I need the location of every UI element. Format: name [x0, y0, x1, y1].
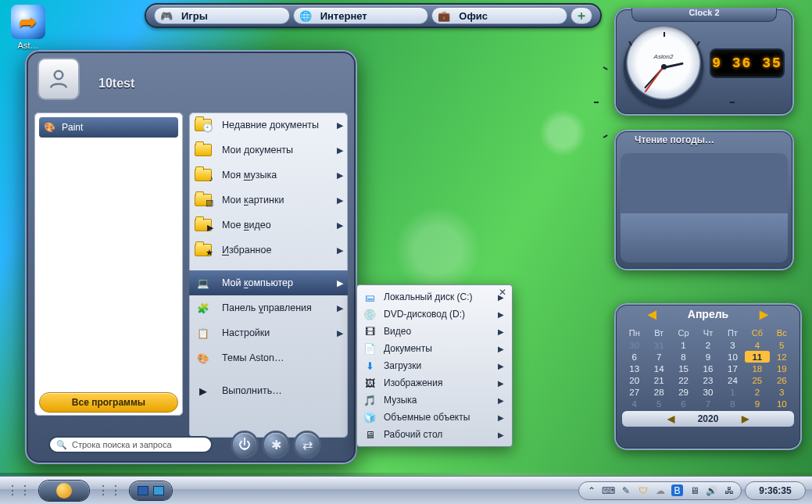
calendar-day[interactable]: 10: [721, 351, 745, 363]
calendar-day[interactable]: 22: [671, 374, 696, 386]
calendar-day[interactable]: 9: [745, 398, 769, 409]
start-places-item[interactable]: 🎨Темы Aston…: [189, 345, 348, 370]
calendar-day[interactable]: 2: [745, 386, 769, 398]
calendar-day[interactable]: 28: [646, 386, 671, 398]
calendar-day[interactable]: 5: [646, 398, 671, 409]
calendar-day[interactable]: 7: [646, 351, 671, 363]
start-places-item[interactable]: ▧Мои картинки▶: [189, 188, 348, 213]
calendar-day[interactable]: 25: [745, 374, 769, 386]
submenu-close-button[interactable]: ✕: [496, 287, 509, 299]
start-places-item[interactable]: Мои документы▶: [189, 138, 348, 163]
calendar-day[interactable]: 23: [696, 374, 720, 386]
calendar-day[interactable]: 30: [696, 386, 720, 398]
user-avatar[interactable]: [38, 58, 80, 100]
all-programs-button[interactable]: Все программы: [39, 392, 178, 413]
window-icon[interactable]: [153, 486, 164, 495]
calendar-day[interactable]: 29: [671, 386, 696, 398]
calendar-day[interactable]: 18: [745, 363, 769, 374]
tray-network-icon[interactable]: 🖧: [723, 484, 735, 496]
calendar-day[interactable]: 1: [721, 386, 745, 398]
power-button[interactable]: ⏻: [233, 433, 256, 456]
calendar-day[interactable]: 8: [721, 398, 745, 409]
submenu-item[interactable]: 💿DVD-дисковод (D:)▶: [357, 306, 512, 323]
calendar-day[interactable]: 12: [770, 351, 794, 363]
calendar-day[interactable]: 6: [671, 398, 696, 409]
weather-widget[interactable]: Чтение погоды…: [614, 130, 794, 270]
start-places-item[interactable]: 🕘Недавние документы▶: [189, 113, 348, 138]
taskbar-grip-icon[interactable]: ⋮⋮: [97, 483, 122, 498]
toolbar-item-games[interactable]: 🎮 Игры: [154, 7, 290, 24]
calendar-day[interactable]: 17: [721, 363, 745, 374]
calendar-day[interactable]: 1: [671, 339, 696, 351]
calendar-day[interactable]: 16: [696, 363, 720, 374]
calendar-day[interactable]: 7: [696, 398, 720, 409]
calendar-day[interactable]: 19: [770, 363, 794, 374]
tray-pen-icon[interactable]: ✎: [620, 484, 631, 496]
taskbar-grip-icon[interactable]: ⋮⋮: [6, 483, 31, 498]
calendar-day[interactable]: 20: [622, 374, 646, 386]
calendar-day[interactable]: 2: [696, 339, 720, 351]
tray-bluetooth-icon[interactable]: B: [671, 484, 683, 496]
tray-keyboard-icon[interactable]: ⌨: [603, 484, 614, 496]
calendar-day[interactable]: 21: [646, 374, 671, 386]
calendar-day[interactable]: 5: [770, 339, 794, 351]
start-button[interactable]: [39, 481, 89, 501]
calendar-day[interactable]: 4: [745, 339, 769, 351]
desktop-icon-aston[interactable]: ➦ Ast…: [8, 5, 48, 50]
calendar-day[interactable]: 11: [745, 351, 769, 363]
calendar-day[interactable]: 30: [622, 339, 646, 351]
calendar-day[interactable]: 4: [622, 398, 646, 409]
calendar-day[interactable]: 3: [721, 339, 745, 351]
tray-display-icon[interactable]: 🖥: [689, 484, 700, 496]
calendar-day[interactable]: 9: [696, 351, 720, 363]
calendar-day[interactable]: 14: [646, 363, 671, 374]
calendar-day[interactable]: 15: [671, 363, 696, 374]
submenu-item[interactable]: ⬇Загрузки▶: [357, 357, 512, 374]
submenu-item[interactable]: 🎞Видео▶: [357, 323, 512, 340]
calendar-dow: Чт: [696, 327, 720, 339]
start-places-item[interactable]: ▶Мое видео▶: [189, 213, 348, 238]
calendar-day[interactable]: 13: [622, 363, 646, 374]
submenu-item[interactable]: 🎵Музыка▶: [357, 391, 512, 409]
start-places-item[interactable]: ▶Выполнить…: [189, 378, 348, 403]
submenu-item[interactable]: 🧊Объемные объекты▶: [357, 409, 512, 426]
calendar-day[interactable]: 3: [770, 386, 794, 398]
calendar-day[interactable]: 10: [770, 398, 794, 409]
switch-user-button[interactable]: ⇄: [295, 433, 319, 456]
calendar-day[interactable]: 26: [770, 374, 794, 386]
calendar-day[interactable]: 27: [622, 386, 646, 398]
calendar-day[interactable]: 24: [721, 374, 745, 386]
start-places-item[interactable]: 🧩Панель управления▶: [189, 295, 348, 320]
start-places-item[interactable]: ♪Моя музыка▶: [189, 163, 348, 188]
clock-widget[interactable]: Clock 2 Aston2 9 36 35: [614, 8, 794, 116]
calendar-day[interactable]: 8: [671, 351, 696, 363]
toolbar-item-office[interactable]: 💼 Офис: [431, 7, 567, 24]
pinned-item-paint[interactable]: 🎨 Paint: [39, 117, 178, 138]
calendar-prev-month[interactable]: ◀: [648, 308, 656, 320]
submenu-item[interactable]: 📄Документы▶: [357, 340, 512, 357]
calendar-day[interactable]: 31: [646, 339, 671, 351]
lock-button[interactable]: ✱: [264, 433, 288, 456]
tray-onedrive-icon[interactable]: ☁: [654, 484, 666, 496]
tray-volume-icon[interactable]: 🔊: [706, 484, 717, 496]
start-places-item[interactable]: 💻Мой компьютер▶: [189, 270, 348, 295]
submenu-item[interactable]: 🖥Рабочий стол▶: [357, 426, 512, 443]
submenu-item[interactable]: 🖴Локальный диск (C:)▶: [357, 288, 512, 306]
calendar-day[interactable]: 6: [622, 351, 646, 363]
taskbar-clock[interactable]: 9:36:35: [745, 481, 806, 500]
desktop-icon-label: Ast…: [8, 41, 48, 50]
show-desktop-icon[interactable]: [138, 486, 148, 495]
toolbar-item-internet[interactable]: 🌐 Интернет: [293, 7, 429, 24]
search-input[interactable]: 🔍 Строка поиска и запроса: [48, 436, 213, 453]
calendar-next-month[interactable]: ▶: [760, 308, 768, 320]
start-places-item[interactable]: 📋Настройки▶: [189, 320, 348, 345]
calendar-prev-year[interactable]: ◀: [667, 413, 674, 424]
calendar-widget[interactable]: ◀ Апрель ▶ ПнВтСрЧтПтСбВс 30311234567891…: [614, 303, 802, 450]
submenu-item[interactable]: 🖼Изображения▶: [357, 374, 512, 391]
cpl-icon: 🧩: [192, 298, 214, 317]
toolbar-add-button[interactable]: ＋: [571, 7, 592, 24]
tray-collapse-icon[interactable]: ⌃: [585, 484, 597, 496]
start-places-item[interactable]: ★Избранное▶: [189, 238, 348, 263]
tray-security-icon[interactable]: 🛡: [637, 484, 649, 496]
calendar-next-year[interactable]: ▶: [742, 413, 749, 424]
